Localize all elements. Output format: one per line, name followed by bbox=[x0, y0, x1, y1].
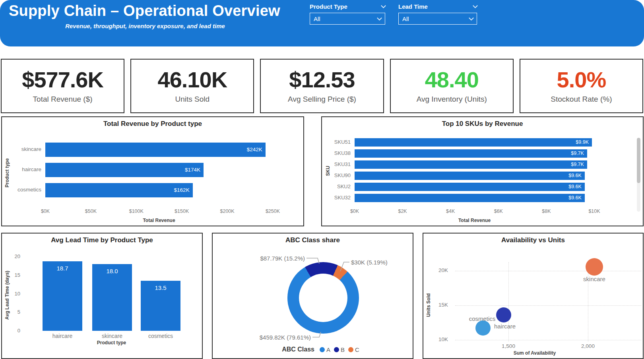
axis-tick-label: 0 bbox=[8, 328, 20, 334]
legend-label: C bbox=[355, 346, 359, 353]
kpi-label: Units Sold bbox=[175, 95, 210, 104]
donut-hole bbox=[299, 274, 347, 322]
bar-value-label: $162K bbox=[45, 187, 190, 193]
axis-tick-label: 1,500 bbox=[502, 343, 515, 349]
category-label: SKU31 bbox=[322, 161, 351, 167]
point-label: skincare bbox=[583, 275, 605, 282]
axis-tick-label: 20 bbox=[8, 253, 20, 259]
chart-revenue-by-product-type: Total Revenue by Product type Product ty… bbox=[1, 116, 304, 226]
axis-tick-label: $150K bbox=[175, 208, 189, 214]
gridline bbox=[455, 271, 641, 271]
chevron-down-icon bbox=[473, 3, 478, 8]
page-subtitle: Revenue, throughput, inventory exposure,… bbox=[8, 23, 282, 29]
axis-tick-label: 2,000 bbox=[581, 343, 595, 349]
legend-item[interactable]: A bbox=[320, 346, 330, 353]
kpi-row: $577.6K Total Revenue ($) 46.10K Units S… bbox=[1, 59, 643, 113]
bar-value-label: $9.6K bbox=[355, 184, 582, 189]
legend-label: B bbox=[341, 346, 345, 353]
axis-tick-label: $10K bbox=[588, 208, 600, 214]
legend-swatch bbox=[334, 347, 339, 352]
scrollbar-thumb[interactable] bbox=[637, 138, 640, 183]
slice-label-b: $87.79K (15.2%) bbox=[248, 255, 305, 262]
chevron-down-icon bbox=[469, 15, 474, 21]
bar-value-label: $9.7K bbox=[355, 151, 584, 156]
kpi-units-sold: 46.10K Units Sold bbox=[130, 59, 254, 113]
category-label: cosmetics bbox=[141, 333, 180, 339]
kpi-value: $577.6K bbox=[22, 68, 103, 92]
bar-value-label: 13.5 bbox=[141, 284, 180, 291]
plot-area: 0510152018.7haircare18.0skincare13.5cosm… bbox=[2, 234, 202, 358]
product-type-dropdown[interactable]: All bbox=[310, 13, 385, 25]
bar-value-label: 18.0 bbox=[92, 268, 132, 274]
dashboard: Supply Chain – Operational Overview Reve… bbox=[0, 0, 644, 359]
chevron-down-icon bbox=[377, 15, 382, 21]
dropdown-value: All bbox=[314, 15, 320, 22]
slicer-lead-time: Lead Time All bbox=[398, 2, 477, 25]
bar-value-label: 18.7 bbox=[43, 265, 82, 272]
axis-tick-label: $8K bbox=[542, 208, 551, 214]
gridline bbox=[455, 340, 641, 340]
kpi-value: 48.40 bbox=[425, 68, 479, 92]
legend-item[interactable]: B bbox=[334, 346, 345, 353]
slicer-lead-time-header[interactable]: Lead Time bbox=[398, 2, 477, 11]
axis-tick-label: 10 bbox=[8, 291, 20, 297]
gridline bbox=[455, 305, 641, 306]
legend-swatch bbox=[320, 347, 325, 352]
legend-item[interactable]: C bbox=[348, 346, 359, 353]
axis-tick-label: $250K bbox=[266, 208, 280, 214]
category-label: SKU38 bbox=[322, 150, 351, 156]
plot-area: skincare$242Khaircare$174Kcosmetics$162K… bbox=[2, 117, 303, 226]
slicer-product-type: Product Type All bbox=[310, 2, 385, 25]
slice-label-a: $459.82K (79.61%) bbox=[254, 334, 311, 341]
plot-area: $87.79K (15.2%)$30K (5.19%)$459.82K (79.… bbox=[213, 234, 413, 358]
category-label: skincare bbox=[92, 333, 132, 339]
axis-tick-label: $0K bbox=[41, 208, 50, 214]
legend-title: ABC Class bbox=[282, 346, 314, 353]
axis-tick-label: $100K bbox=[129, 208, 144, 214]
kpi-avg-inventory: 48.40 Avg Inventory (Units) bbox=[390, 59, 514, 113]
slicer-label: Lead Time bbox=[398, 3, 428, 10]
page-title: Supply Chain – Operational Overview bbox=[9, 2, 280, 19]
gridline bbox=[508, 262, 509, 342]
kpi-stockout-rate: 5.0% Stockout Rate (%) bbox=[520, 59, 643, 113]
bar-value-label: $174K bbox=[45, 167, 200, 173]
legend: ABC ClassABC bbox=[213, 346, 413, 353]
bar-value-label: $9.9K bbox=[355, 139, 589, 145]
kpi-avg-selling-price: $12.53 Avg Selling Price ($) bbox=[260, 59, 384, 113]
point-label: cosmetics bbox=[469, 315, 496, 322]
axis-tick-label: $6K bbox=[494, 208, 503, 214]
header-banner: Supply Chain – Operational Overview Reve… bbox=[0, 0, 644, 46]
axis-tick-label: 15 bbox=[8, 272, 20, 278]
kpi-value: 46.10K bbox=[158, 68, 227, 92]
plot-area: 10K15K20K1,5002,000cosmeticshaircareskin… bbox=[423, 234, 643, 358]
chart-avg-lead-time: Avg Lead Time by Product Type Avg Lead T… bbox=[1, 233, 203, 359]
axis-tick-label: 15K bbox=[435, 302, 448, 308]
axis-tick-label: $0K bbox=[350, 208, 359, 214]
category-label: SKU32 bbox=[322, 195, 351, 201]
kpi-value: $12.53 bbox=[289, 68, 355, 92]
chart-abc-class-share: ABC Class share $87.79K (15.2%)$30K (5.1… bbox=[212, 233, 413, 359]
gridline bbox=[588, 262, 588, 342]
bar[interactable] bbox=[43, 261, 82, 331]
slicer-label: Product Type bbox=[310, 3, 347, 10]
legend-label: A bbox=[326, 346, 330, 353]
bar-value-label: $9.6K bbox=[355, 195, 582, 201]
scatter-point[interactable] bbox=[475, 320, 491, 336]
kpi-label: Avg Inventory (Units) bbox=[417, 95, 487, 104]
category-label: SKU2 bbox=[322, 183, 351, 189]
bar-value-label: $9.6K bbox=[355, 173, 582, 178]
scatter-point[interactable] bbox=[496, 307, 511, 322]
donut-ring[interactable] bbox=[287, 262, 359, 334]
axis-tick-label: $200K bbox=[220, 208, 235, 214]
scatter-point[interactable] bbox=[586, 258, 603, 276]
axis-tick-label: 20K bbox=[435, 267, 448, 273]
slicer-product-type-header[interactable]: Product Type bbox=[310, 2, 385, 11]
lead-time-dropdown[interactable]: All bbox=[398, 13, 477, 25]
slice-label-c: $30K (5.19%) bbox=[351, 259, 388, 266]
category-label: SKU90 bbox=[322, 172, 351, 178]
category-label: skincare bbox=[2, 146, 41, 152]
axis-tick-label: $2K bbox=[398, 208, 407, 214]
plot-area: SKU51$9.9KSKU38$9.7KSKU31$9.7KSKU90$9.6K… bbox=[322, 117, 643, 226]
kpi-value: 5.0% bbox=[557, 68, 606, 92]
axis-tick-label: 5 bbox=[8, 309, 20, 315]
